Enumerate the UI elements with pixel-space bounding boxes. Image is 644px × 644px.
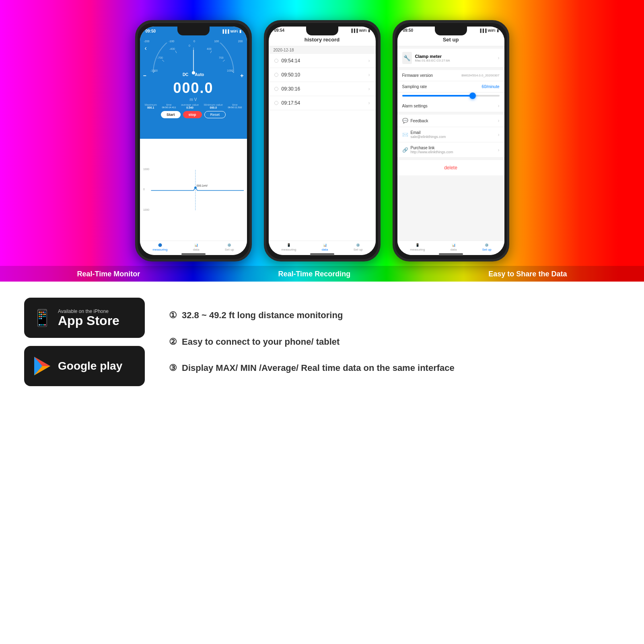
svg-text:-400: -400 (169, 47, 175, 50)
email-label: Email (411, 130, 446, 135)
svg-text:000.1mV: 000.1mV (196, 184, 208, 187)
phone2-time: 09:54 (274, 28, 285, 33)
stop-button[interactable]: stop (183, 111, 202, 118)
label-3: Easy to Share the Data (488, 270, 567, 278)
time-1: 09:54:14 (282, 58, 300, 64)
firmware-value: BM02H5S4.0.0_20200307 (461, 74, 499, 77)
feature-2-number: ② (169, 337, 177, 347)
phone3-time: 09:50 (403, 28, 414, 33)
svg-text:1000: 1000 (143, 208, 149, 211)
svg-text:1000: 1000 (143, 168, 149, 171)
svg-text:-700: -700 (157, 56, 163, 59)
svg-line-5 (223, 60, 225, 62)
setup-icon-1: ⚙️ (227, 243, 231, 247)
signal-icon: ▐▐▐ (221, 29, 229, 33)
svg-line-1 (162, 60, 164, 62)
svg-text:400: 400 (207, 47, 212, 50)
chart-svg: 1000 0 1000 000.1mV (142, 140, 245, 239)
feature-3-text: Display MAX/ MIN /Average/ Real time dat… (182, 362, 455, 374)
svg-text:-1000: -1000 (150, 69, 158, 72)
nav-setup-2[interactable]: ⚙️ Set up (354, 243, 363, 251)
nav-data-2[interactable]: 📊 data (322, 243, 328, 251)
measuring-icon: 🔵 (158, 243, 162, 247)
time-2: 09:50:10 (282, 72, 300, 78)
feedback-row[interactable]: 💬 Feedback › (397, 115, 504, 127)
email-row[interactable]: ✉️ Email sale@elinkthings.com › (397, 127, 504, 142)
feature-item-1: ① 32.8 ~ 49.2 ft long distance monitorin… (169, 309, 620, 322)
history-item-3[interactable]: 09:30:16 › (269, 82, 376, 96)
phone-badge-icon: 📱 (32, 309, 52, 327)
google-play-badge[interactable]: Google play (24, 346, 145, 386)
nav-setup-1[interactable]: ⚙️ Set up (225, 243, 234, 251)
sampling-slider[interactable] (397, 93, 504, 100)
sampling-row: Sampling rate 60/minute (397, 81, 504, 93)
feedback-icon: 💬 (402, 118, 408, 123)
badges-column: 📱 Available on the iPhone App Store Goog… (24, 298, 145, 386)
alarm-row[interactable]: Alarm settings › (397, 100, 504, 112)
svg-point-15 (192, 71, 195, 74)
feature-item-3: ③ Display MAX/ MIN /Average/ Real time d… (169, 362, 620, 374)
back-arrow-icon[interactable]: ‹ (145, 45, 147, 52)
svg-line-4 (210, 51, 212, 53)
nav-setup-3[interactable]: ⚙️ Set up (482, 243, 492, 251)
setup-icon-2: ⚙️ (356, 243, 360, 247)
svg-text:1000: 1000 (227, 69, 233, 72)
clamp-meter-icon: 🔧 (402, 52, 412, 64)
phone1-time: 09:50 (146, 29, 156, 33)
chevron-2: › (368, 72, 370, 78)
label-1: Real-Time Monitor (77, 270, 140, 278)
feedback-chevron: › (498, 118, 500, 123)
sampling-label: Sampling rate (402, 84, 427, 89)
nav-data-1[interactable]: 📊 data (193, 243, 200, 251)
label-2: Real-Time Recording (278, 270, 350, 278)
device-mac: Mac:01:B3:EC:C0:27:8A (415, 59, 450, 62)
unit-label: m V (190, 97, 197, 102)
delete-button[interactable]: delete (397, 160, 504, 175)
purchase-value: http://www.elinkthings.com (411, 150, 453, 154)
history-item-1[interactable]: 09:54:14 › (269, 54, 376, 68)
battery-icon: ▮ (239, 29, 241, 33)
reset-button[interactable]: Reset (204, 111, 226, 118)
feature-1-text: 32.8 ~ 49.2 ft long distance monitoring (182, 309, 343, 322)
gauge-svg: -1000 -700 -400 0 400 700 1000 (147, 43, 240, 75)
chevron-4: › (368, 100, 370, 106)
email-icon: ✉️ (402, 132, 408, 138)
nav-measuring-3[interactable]: 📱 measuring (410, 243, 425, 251)
main-value: 000.0 (173, 80, 213, 97)
measuring-icon-3: 📱 (416, 243, 420, 247)
phone-3: 09:50 ▐▐▐ WiFi ▮ Set up 🔧 Clamp mete (393, 20, 509, 261)
play-store-icon (32, 356, 52, 376)
feature-2-text: Easy to connect to your phone/ tablet (182, 336, 339, 348)
purchase-label: Purchase link (411, 146, 453, 150)
nav-measuring-2[interactable]: 📱 measuring (281, 243, 296, 251)
google-play-title: Google play (58, 360, 122, 372)
data-icon: 📊 (194, 243, 198, 247)
nav-data-3[interactable]: 📊 data (451, 243, 457, 251)
firmware-label: Firmware version (402, 73, 433, 78)
start-button[interactable]: Start (161, 111, 181, 118)
top-section: 09:50 ▐▐▐ WiFi ▮ ‹ -200-1000100200 (0, 0, 644, 282)
history-item-2[interactable]: 09:50:10 › (269, 68, 376, 82)
setup-icon-3: ⚙️ (485, 243, 489, 247)
phone-2: 09:54 ▐▐▐ WiFi ▮ history record 2020-12-… (264, 20, 381, 261)
device-chevron: › (498, 55, 500, 61)
purchase-chevron: › (498, 147, 500, 153)
alarm-label: Alarm settings (402, 104, 428, 108)
data-icon-2: 📊 (323, 243, 327, 247)
svg-text:700: 700 (219, 56, 224, 59)
history-item-4[interactable]: 09:17:54 › (269, 96, 376, 110)
device-name: Clamp meter (415, 54, 450, 59)
firmware-row: Firmware version BM02H5S4.0.0_20200307 (397, 70, 504, 81)
app-store-title: App Store (58, 314, 119, 327)
device-row[interactable]: 🔧 Clamp meter Mac:01:B3:EC:C0:27:8A › (397, 49, 504, 68)
nav-measuring-1[interactable]: 🔵 measuring (152, 243, 167, 251)
purchase-icon: 🔗 (402, 147, 408, 153)
sampling-value: 60/minute (482, 84, 500, 89)
feature-1-number: ① (169, 310, 177, 321)
feature-3-number: ③ (169, 363, 177, 373)
features-column: ① 32.8 ~ 49.2 ft long distance monitorin… (169, 298, 620, 386)
time-3: 09:30:16 (282, 86, 300, 92)
purchase-row[interactable]: 🔗 Purchase link http://www.elinkthings.c… (397, 142, 504, 158)
data-icon-3: 📊 (452, 243, 456, 247)
app-store-badge[interactable]: 📱 Available on the iPhone App Store (24, 298, 145, 338)
